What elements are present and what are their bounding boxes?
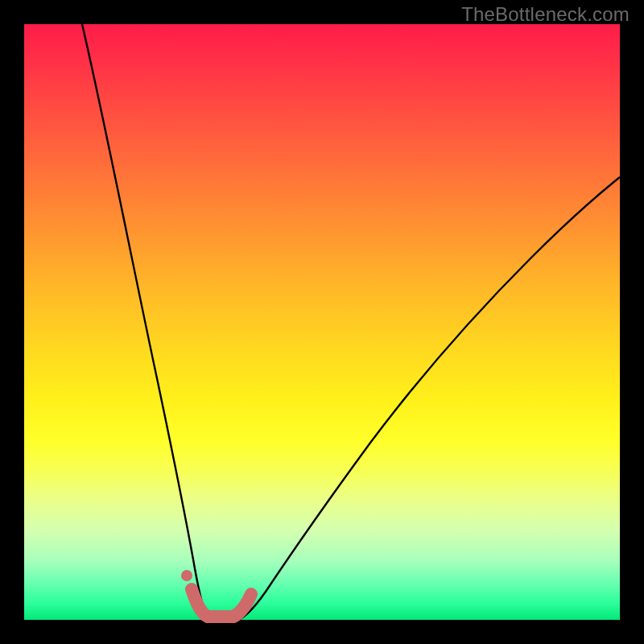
curves-svg [24, 24, 620, 620]
watermark-text: TheBottleneck.com [461, 3, 630, 26]
curve-left [82, 24, 213, 619]
plot-area [24, 24, 620, 620]
band-dot [181, 570, 192, 581]
curve-right [240, 177, 620, 619]
chart-frame: TheBottleneck.com [0, 0, 644, 644]
